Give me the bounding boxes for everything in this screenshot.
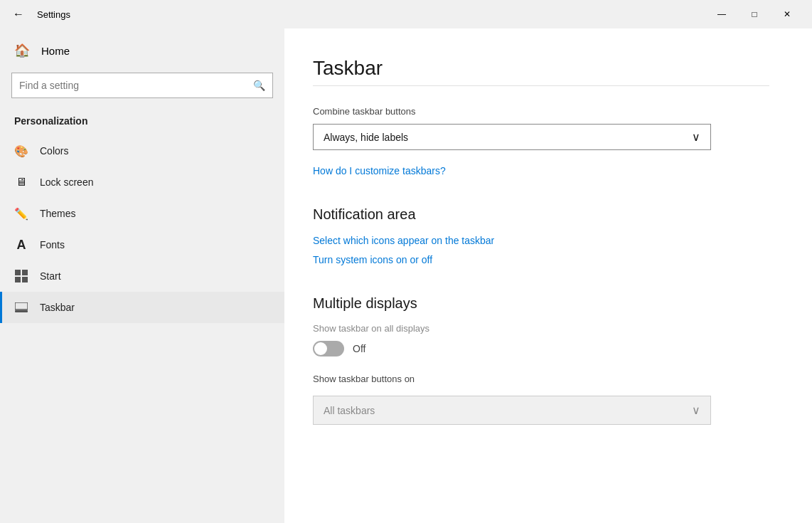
combine-label: Combine taskbar buttons [313,106,769,117]
themes-icon: ✏️ [14,206,28,221]
sidebar: 🏠 Home 🔍 Personalization 🎨 Colors 🖥 Lock… [0,28,284,523]
chevron-down-icon: ∨ [692,130,700,144]
show-buttons-label: Show taskbar buttons on [313,374,769,384]
multiple-displays-heading: Multiple displays [313,295,769,312]
show-taskbar-label: Show taskbar on all displays [313,323,769,334]
toggle-wrapper: Off [313,341,769,356]
sidebar-item-themes[interactable]: ✏️ Themes [0,198,284,229]
fonts-icon: A [14,238,28,252]
sidebar-item-label: Colors [40,145,68,157]
svg-rect-3 [22,277,28,282]
sidebar-item-label: Themes [40,208,76,219]
chevron-down-icon: ∨ [692,403,700,417]
close-button[interactable]: ✕ [771,0,803,28]
turn-icons-link[interactable]: Turn system icons on or off [313,254,432,265]
window-controls: — □ ✕ [705,0,803,28]
svg-rect-0 [15,270,21,275]
colors-icon: 🎨 [14,144,28,158]
search-icon: 🔍 [253,80,265,91]
sidebar-item-taskbar[interactable]: Taskbar [0,292,284,323]
toggle-state: Off [353,343,365,354]
combine-value: Always, hide labels [324,132,408,143]
search-box[interactable]: 🔍 [11,73,273,98]
sidebar-item-label: Start [40,270,61,282]
sidebar-item-start[interactable]: Start [0,260,284,292]
combine-dropdown-container: Always, hide labels ∨ [313,124,769,150]
back-icon: ← [13,8,24,21]
show-buttons-dropdown[interactable]: All taskbars ∨ [313,396,711,425]
customize-link[interactable]: How do I customize taskbars? [313,165,446,176]
title-divider [313,85,769,86]
svg-rect-2 [15,277,21,282]
minimize-button[interactable]: — [705,0,738,28]
home-label: Home [41,45,70,57]
sidebar-item-fonts[interactable]: A Fonts [0,229,284,260]
lock-screen-icon: 🖥 [14,175,28,189]
app-title: Settings [37,9,697,20]
show-taskbar-toggle[interactable] [313,341,344,356]
sidebar-item-label: Taskbar [40,302,75,313]
show-buttons-value: All taskbars [324,405,375,416]
sidebar-section-title: Personalization [0,110,284,135]
svg-rect-4 [15,302,28,310]
toggle-knob [314,342,327,355]
back-button[interactable]: ← [9,4,28,24]
sidebar-item-label: Lock screen [40,176,93,188]
content-area: Taskbar Combine taskbar buttons Always, … [284,28,812,523]
svg-rect-5 [15,310,28,312]
title-bar: ← Settings — □ ✕ [0,0,812,28]
sidebar-item-home[interactable]: 🏠 Home [0,34,284,67]
notification-area-heading: Notification area [313,206,769,223]
sidebar-item-label: Fonts [40,239,65,250]
page-title: Taskbar [313,57,769,80]
sidebar-item-colors[interactable]: 🎨 Colors [0,135,284,167]
home-icon: 🏠 [14,43,30,58]
show-taskbar-row: Show taskbar on all displays Off [313,323,769,356]
taskbar-icon [14,300,28,315]
start-icon [14,269,28,283]
select-icons-link[interactable]: Select which icons appear on the taskbar [313,235,494,246]
app-body: 🏠 Home 🔍 Personalization 🎨 Colors 🖥 Lock… [0,28,812,523]
search-input[interactable] [19,80,247,91]
sidebar-item-lock-screen[interactable]: 🖥 Lock screen [0,167,284,198]
maximize-button[interactable]: □ [738,0,771,28]
combine-dropdown[interactable]: Always, hide labels ∨ [313,124,711,150]
svg-rect-1 [22,270,28,275]
